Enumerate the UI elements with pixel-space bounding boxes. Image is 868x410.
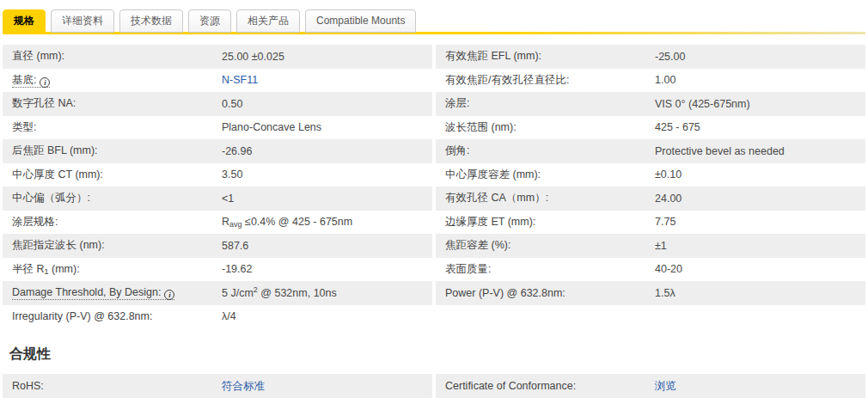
spec-label: Damage Threshold, By Design:i bbox=[12, 286, 222, 300]
spec-value: VIS 0° (425-675nm) bbox=[655, 98, 865, 110]
spec-value: 587.6 bbox=[222, 240, 432, 252]
spec-label: 半径 R1 (mm): bbox=[12, 262, 222, 277]
tab-resources[interactable]: 资源 bbox=[188, 9, 231, 33]
empty-cell bbox=[436, 305, 865, 329]
spec-row: 半径 R1 (mm):-19.62表面质量:40-20 bbox=[3, 258, 865, 282]
spec-value-link[interactable]: N-SF11 bbox=[222, 74, 432, 86]
tab-compatible-mounts[interactable]: Compatible Mounts bbox=[305, 9, 416, 33]
spec-label: 涂层规格: bbox=[12, 215, 222, 229]
spec-row: Irregularity (P-V) @ 632.8nm:λ/4 bbox=[3, 305, 865, 329]
spec-row: Damage Threshold, By Design:i5 J/cm2 @ 5… bbox=[3, 281, 865, 305]
tab-details[interactable]: 详细资料 bbox=[51, 9, 114, 33]
spec-value: 5 J/cm2 @ 532nm, 10ns bbox=[222, 287, 432, 299]
spec-value: -25.00 bbox=[655, 51, 865, 63]
spec-row: 直径 (mm):25.00 ±0.025有效焦距 EFL (mm):-25.00 bbox=[3, 45, 865, 69]
spec-label: 基底:i bbox=[12, 73, 222, 88]
spec-value: 0.50 bbox=[222, 98, 432, 110]
spec-label: Power (P-V) @ 632.8nm: bbox=[445, 287, 655, 299]
spec-label: 有效孔径 CA（mm）: bbox=[445, 191, 655, 205]
spec-label: RoHS: bbox=[12, 380, 222, 392]
spec-value-link[interactable]: 符合标准 bbox=[222, 379, 432, 394]
spec-value: -26.96 bbox=[222, 145, 432, 157]
spec-label: 表面质量: bbox=[445, 262, 655, 277]
spec-value: 40-20 bbox=[655, 263, 865, 275]
spec-value: -19.62 bbox=[222, 263, 432, 275]
compliance-table: RoHS:符合标准Certificate of Conformance:浏览 bbox=[3, 374, 865, 398]
spec-row: 中心厚度 CT (mm):3.50中心厚度容差 (mm):±0.10 bbox=[3, 163, 865, 187]
spec-value: ±0.10 bbox=[655, 168, 865, 181]
tab-related-products[interactable]: 相关产品 bbox=[236, 9, 300, 33]
spec-label: 数字孔径 NA: bbox=[12, 96, 222, 111]
spec-label: 中心厚度 CT (mm): bbox=[12, 168, 222, 182]
spec-row: 数字孔径 NA:0.50涂层:VIS 0° (425-675nm) bbox=[3, 92, 865, 116]
spec-label: 焦距容差 (%): bbox=[445, 238, 655, 253]
spec-row: 焦距指定波长 (nm):587.6焦距容差 (%):±1 bbox=[3, 234, 865, 258]
spec-row: 类型:Plano-Concave Lens波长范围 (nm):425 - 675 bbox=[3, 116, 865, 140]
spec-value: 1.5λ bbox=[655, 287, 865, 299]
spec-label: 涂层: bbox=[445, 96, 655, 111]
spec-label: 焦距指定波长 (nm): bbox=[12, 238, 222, 253]
spec-value: 7.75 bbox=[655, 216, 865, 228]
spec-value: 25.00 ±0.025 bbox=[222, 51, 432, 63]
spec-row: 后焦距 BFL (mm):-26.96倒角:Protective bevel a… bbox=[3, 139, 865, 163]
spec-value: ±1 bbox=[655, 240, 865, 252]
spec-table: 直径 (mm):25.00 ±0.025有效焦距 EFL (mm):-25.00… bbox=[3, 45, 865, 328]
spec-label: 有效焦距 EFL (mm): bbox=[445, 49, 655, 64]
spec-row: 基底:iN-SF11有效焦距/有效孔径直径比:1.00 bbox=[3, 69, 865, 93]
spec-value: 1.00 bbox=[655, 74, 865, 86]
spec-label: 直径 (mm): bbox=[12, 49, 222, 64]
spec-label: 边缘厚度 ET (mm): bbox=[445, 215, 655, 229]
spec-label: 倒角: bbox=[445, 144, 655, 158]
spec-value: Protective bevel as needed bbox=[655, 145, 865, 157]
spec-value-link[interactable]: 浏览 bbox=[655, 379, 865, 394]
spec-label: 波长范围 (nm): bbox=[445, 120, 655, 135]
spec-row: RoHS:符合标准Certificate of Conformance:浏览 bbox=[3, 374, 865, 398]
compliance-section-title: 合规性 bbox=[9, 346, 865, 364]
spec-row: 涂层规格:Ravg ≤0.4% @ 425 - 675nm边缘厚度 ET (mm… bbox=[3, 211, 865, 235]
spec-value: 425 - 675 bbox=[655, 121, 865, 133]
spec-label: 中心偏（弧分）: bbox=[12, 191, 222, 205]
tab-technical-data[interactable]: 技术数据 bbox=[119, 9, 183, 33]
product-spec-page: 规格详细资料技术数据资源相关产品Compatible Mounts 直径 (mm… bbox=[0, 0, 868, 410]
info-icon[interactable]: i bbox=[164, 290, 174, 300]
spec-label: Irregularity (P-V) @ 632.8nm: bbox=[12, 310, 222, 322]
spec-label: 后焦距 BFL (mm): bbox=[12, 144, 222, 158]
tab-specs[interactable]: 规格 bbox=[3, 9, 46, 33]
spec-label: 类型: bbox=[12, 120, 222, 135]
spec-label: 有效焦距/有效孔径直径比: bbox=[445, 73, 655, 88]
info-icon[interactable]: i bbox=[40, 77, 50, 88]
spec-label: Certificate of Conformance: bbox=[445, 380, 655, 392]
spec-value: Plano-Concave Lens bbox=[222, 121, 432, 133]
spec-value: 24.00 bbox=[655, 193, 865, 205]
spec-value: 3.50 bbox=[222, 168, 432, 181]
spec-value: <1 bbox=[222, 193, 432, 205]
spec-value: λ/4 bbox=[222, 310, 432, 322]
spec-value: Ravg ≤0.4% @ 425 - 675nm bbox=[222, 216, 432, 228]
tab-bar: 规格详细资料技术数据资源相关产品Compatible Mounts bbox=[3, 9, 865, 33]
spec-label: 中心厚度容差 (mm): bbox=[445, 168, 655, 182]
spec-row: 中心偏（弧分）:<1有效孔径 CA（mm）:24.00 bbox=[3, 187, 865, 211]
